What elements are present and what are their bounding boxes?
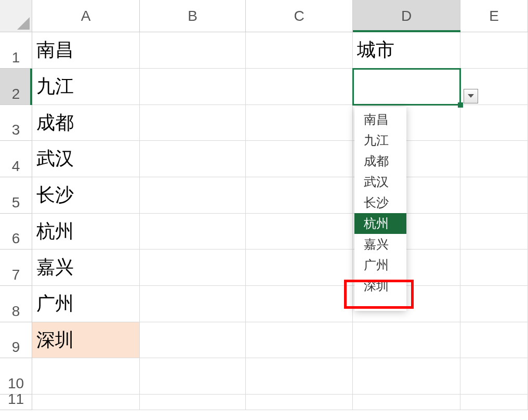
data-validation-dropdown-list[interactable]: 南昌 九江 成都 武汉 长沙 杭州 嘉兴 广州 深圳 — [354, 107, 406, 311]
cell-C6[interactable] — [246, 214, 353, 250]
row-label: 10 — [8, 375, 24, 392]
cell-A10[interactable] — [32, 358, 140, 395]
cell-B6[interactable] — [140, 214, 246, 250]
cell-B7[interactable] — [140, 250, 246, 286]
cell-A2[interactable]: 九江 — [32, 69, 140, 105]
cell-E8[interactable] — [460, 286, 528, 322]
row-header-10[interactable]: 10 — [0, 358, 32, 395]
dropdown-item-empty[interactable] — [354, 296, 406, 311]
dropdown-item[interactable]: 武汉 — [354, 172, 406, 192]
cell-C10[interactable] — [246, 358, 353, 395]
dropdown-item-label: 长沙 — [364, 195, 389, 209]
cell-text: 成都 — [36, 110, 74, 136]
cell-A9[interactable]: 深圳 — [32, 322, 140, 358]
cell-B1[interactable] — [140, 32, 246, 69]
col-header-D[interactable]: D — [353, 0, 460, 32]
row-label: 7 — [12, 267, 20, 283]
cell-D2[interactable] — [353, 69, 460, 105]
dropdown-item[interactable]: 长沙 — [354, 192, 406, 213]
cell-E4[interactable] — [460, 141, 528, 177]
dropdown-item[interactable]: 嘉兴 — [354, 234, 406, 255]
dropdown-item[interactable]: 成都 — [354, 151, 406, 172]
cell-A3[interactable]: 成都 — [32, 105, 140, 141]
select-all-corner[interactable] — [0, 0, 32, 32]
col-header-E[interactable]: E — [460, 0, 528, 32]
cell-C1[interactable] — [246, 32, 353, 69]
row-label: 1 — [12, 49, 20, 66]
dropdown-item[interactable]: 杭州 — [354, 213, 406, 234]
col-header-A[interactable]: A — [32, 0, 140, 32]
dropdown-item[interactable]: 深圳 — [354, 275, 406, 296]
cell-B8[interactable] — [140, 286, 246, 322]
cell-E11[interactable] — [460, 395, 528, 410]
cell-C11[interactable] — [246, 395, 353, 410]
row-header-1[interactable]: 1 — [0, 32, 32, 69]
cell-C8[interactable] — [246, 286, 353, 322]
cell-B2[interactable] — [140, 69, 246, 105]
cell-B11[interactable] — [140, 395, 246, 410]
row-header-9[interactable]: 9 — [0, 322, 32, 358]
cell-B4[interactable] — [140, 141, 246, 177]
cell-A1[interactable]: 南昌 — [32, 32, 140, 69]
cell-C5[interactable] — [246, 177, 353, 214]
cell-text: 杭州 — [36, 219, 74, 244]
cell-A8[interactable]: 广州 — [32, 286, 140, 322]
cell-C9[interactable] — [246, 322, 353, 358]
col-header-C[interactable]: C — [246, 0, 353, 32]
cell-A5[interactable]: 长沙 — [32, 177, 140, 214]
cell-E5[interactable] — [460, 177, 528, 214]
cell-B9[interactable] — [140, 322, 246, 358]
spreadsheet: A B C D E 1 2 3 4 5 6 7 8 9 10 11 南昌 城市 … — [0, 0, 528, 420]
cell-E6[interactable] — [460, 214, 528, 250]
col-header-B[interactable]: B — [140, 0, 246, 32]
column-active-indicator — [353, 30, 460, 32]
cell-B3[interactable] — [140, 105, 246, 141]
col-label: C — [294, 8, 304, 24]
cell-text: 嘉兴 — [36, 255, 74, 280]
row-header-11[interactable]: 11 — [0, 395, 32, 410]
cell-C7[interactable] — [246, 250, 353, 286]
row-headers: 1 2 3 4 5 6 7 8 9 10 11 — [0, 32, 32, 410]
cell-A7[interactable]: 嘉兴 — [32, 250, 140, 286]
cell-C3[interactable] — [246, 105, 353, 141]
cell-text: 深圳 — [36, 327, 74, 353]
row-label: 3 — [12, 122, 20, 138]
row-header-2[interactable]: 2 — [0, 69, 32, 105]
chevron-down-icon — [467, 94, 474, 99]
dropdown-item[interactable]: 广州 — [354, 255, 406, 275]
cell-B5[interactable] — [140, 177, 246, 214]
cell-B10[interactable] — [140, 358, 246, 395]
cell-A4[interactable]: 武汉 — [32, 141, 140, 177]
cell-E3[interactable] — [460, 105, 528, 141]
cell-D11[interactable] — [353, 395, 460, 410]
cell-E1[interactable] — [460, 32, 528, 69]
cell-E9[interactable] — [460, 322, 528, 358]
cell-text: 城市 — [357, 37, 394, 63]
row-label: 6 — [12, 230, 20, 247]
row-header-6[interactable]: 6 — [0, 214, 32, 250]
cell-D9[interactable] — [353, 322, 460, 358]
cell-C2[interactable] — [246, 69, 353, 105]
dropdown-item[interactable]: 九江 — [354, 130, 406, 151]
data-validation-dropdown-button[interactable] — [464, 89, 478, 103]
cell-A6[interactable]: 杭州 — [32, 214, 140, 250]
fill-handle[interactable] — [458, 102, 463, 108]
row-header-4[interactable]: 4 — [0, 141, 32, 177]
row-header-8[interactable]: 8 — [0, 286, 32, 322]
row-header-7[interactable]: 7 — [0, 250, 32, 286]
col-label: E — [489, 8, 499, 24]
dropdown-item-label: 九江 — [364, 133, 389, 147]
cells-area: 南昌 城市 九江 成都 武汉 — [32, 32, 528, 410]
cell-E10[interactable] — [460, 358, 528, 395]
row-header-5[interactable]: 5 — [0, 177, 32, 214]
dropdown-item[interactable]: 南昌 — [354, 109, 406, 130]
cell-D1[interactable]: 城市 — [353, 32, 460, 69]
cell-text: 广州 — [36, 291, 74, 317]
row-header-3[interactable]: 3 — [0, 105, 32, 141]
cell-D10[interactable] — [353, 358, 460, 395]
cell-E7[interactable] — [460, 250, 528, 286]
row-label: 11 — [8, 391, 24, 408]
dropdown-item-label: 南昌 — [364, 112, 389, 126]
cell-C4[interactable] — [246, 141, 353, 177]
cell-A11[interactable] — [32, 395, 140, 410]
